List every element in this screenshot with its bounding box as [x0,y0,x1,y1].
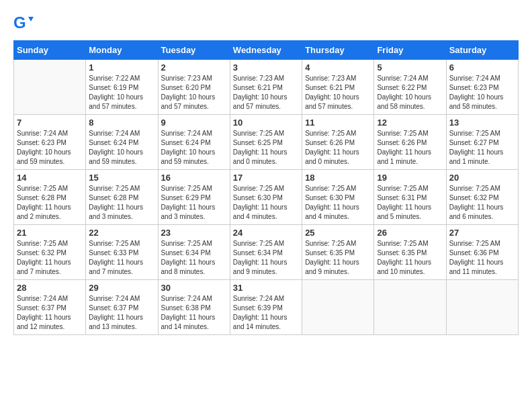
weekday-header-saturday: Saturday [446,41,518,60]
day-number: 9 [161,118,227,128]
day-number: 20 [449,173,515,183]
day-number: 12 [377,118,443,128]
calendar-cell: 11Sunrise: 7:25 AMSunset: 6:26 PMDayligh… [302,115,374,170]
day-info: Sunrise: 7:25 AMSunset: 6:29 PMDaylight:… [161,184,227,222]
day-info: Sunrise: 7:25 AMSunset: 6:28 PMDaylight:… [89,184,154,222]
calendar-cell: 2Sunrise: 7:23 AMSunset: 6:20 PMDaylight… [158,60,230,115]
weekday-header-tuesday: Tuesday [158,41,230,60]
day-number: 15 [89,173,154,183]
day-number: 1 [89,62,154,73]
day-number: 23 [161,228,227,238]
day-number: 4 [305,62,371,73]
day-info: Sunrise: 7:24 AMSunset: 6:23 PMDaylight:… [17,129,83,167]
calendar-cell: 14Sunrise: 7:25 AMSunset: 6:28 PMDayligh… [14,170,86,225]
day-info: Sunrise: 7:25 AMSunset: 6:30 PMDaylight:… [233,184,299,222]
calendar-cell: 19Sunrise: 7:25 AMSunset: 6:31 PMDayligh… [374,170,446,225]
day-info: Sunrise: 7:22 AMSunset: 6:19 PMDaylight:… [89,74,154,111]
day-number: 18 [305,173,371,183]
day-info: Sunrise: 7:25 AMSunset: 6:34 PMDaylight:… [233,239,299,277]
day-number: 8 [89,118,154,128]
day-number: 27 [449,228,515,238]
day-info: Sunrise: 7:25 AMSunset: 6:36 PMDaylight:… [449,239,515,277]
day-number: 22 [89,228,154,238]
day-info: Sunrise: 7:23 AMSunset: 6:21 PMDaylight:… [305,74,371,111]
calendar-cell [446,280,518,335]
day-number: 24 [233,228,299,238]
weekday-header-monday: Monday [86,41,158,60]
svg-text:G: G [13,13,26,32]
day-number: 17 [233,173,299,183]
day-info: Sunrise: 7:25 AMSunset: 6:26 PMDaylight:… [305,129,371,167]
day-number: 3 [233,62,299,73]
calendar-cell: 4Sunrise: 7:23 AMSunset: 6:21 PMDaylight… [302,60,374,115]
day-number: 30 [161,283,227,293]
calendar-cell [14,60,86,115]
calendar-cell: 27Sunrise: 7:25 AMSunset: 6:36 PMDayligh… [446,225,518,280]
calendar-cell: 23Sunrise: 7:25 AMSunset: 6:34 PMDayligh… [158,225,230,280]
day-info: Sunrise: 7:24 AMSunset: 6:23 PMDaylight:… [449,74,515,111]
calendar-cell: 18Sunrise: 7:25 AMSunset: 6:30 PMDayligh… [302,170,374,225]
calendar-cell: 1Sunrise: 7:22 AMSunset: 6:19 PMDaylight… [86,60,158,115]
calendar-cell: 13Sunrise: 7:25 AMSunset: 6:27 PMDayligh… [446,115,518,170]
calendar-cell [374,280,446,335]
day-info: Sunrise: 7:23 AMSunset: 6:20 PMDaylight:… [161,74,227,111]
calendar-cell: 12Sunrise: 7:25 AMSunset: 6:26 PMDayligh… [374,115,446,170]
calendar-week-0: 1Sunrise: 7:22 AMSunset: 6:19 PMDaylight… [14,60,519,115]
calendar-cell: 8Sunrise: 7:24 AMSunset: 6:24 PMDaylight… [86,115,158,170]
calendar-cell: 22Sunrise: 7:25 AMSunset: 6:33 PMDayligh… [86,225,158,280]
calendar-cell: 15Sunrise: 7:25 AMSunset: 6:28 PMDayligh… [86,170,158,225]
day-info: Sunrise: 7:24 AMSunset: 6:38 PMDaylight:… [161,294,227,332]
calendar-week-2: 14Sunrise: 7:25 AMSunset: 6:28 PMDayligh… [14,170,519,225]
logo: G [13,13,36,34]
day-number: 6 [449,62,515,73]
day-number: 29 [89,283,154,293]
calendar-cell: 26Sunrise: 7:25 AMSunset: 6:35 PMDayligh… [374,225,446,280]
day-info: Sunrise: 7:25 AMSunset: 6:32 PMDaylight:… [449,184,515,222]
calendar-cell: 21Sunrise: 7:25 AMSunset: 6:32 PMDayligh… [14,225,86,280]
day-info: Sunrise: 7:25 AMSunset: 6:30 PMDaylight:… [305,184,371,222]
calendar-cell: 9Sunrise: 7:24 AMSunset: 6:24 PMDaylight… [158,115,230,170]
calendar-cell: 31Sunrise: 7:24 AMSunset: 6:39 PMDayligh… [230,280,302,335]
day-number: 19 [377,173,443,183]
calendar-cell: 20Sunrise: 7:25 AMSunset: 6:32 PMDayligh… [446,170,518,225]
day-info: Sunrise: 7:25 AMSunset: 6:26 PMDaylight:… [377,129,443,167]
calendar-cell: 6Sunrise: 7:24 AMSunset: 6:23 PMDaylight… [446,60,518,115]
calendar-cell: 17Sunrise: 7:25 AMSunset: 6:30 PMDayligh… [230,170,302,225]
calendar-cell: 16Sunrise: 7:25 AMSunset: 6:29 PMDayligh… [158,170,230,225]
day-info: Sunrise: 7:25 AMSunset: 6:33 PMDaylight:… [89,239,154,277]
calendar-cell: 3Sunrise: 7:23 AMSunset: 6:21 PMDaylight… [230,60,302,115]
calendar-cell: 24Sunrise: 7:25 AMSunset: 6:34 PMDayligh… [230,225,302,280]
calendar-week-1: 7Sunrise: 7:24 AMSunset: 6:23 PMDaylight… [14,115,519,170]
day-info: Sunrise: 7:23 AMSunset: 6:21 PMDaylight:… [233,74,299,111]
day-info: Sunrise: 7:24 AMSunset: 6:39 PMDaylight:… [233,294,299,332]
day-info: Sunrise: 7:25 AMSunset: 6:35 PMDaylight:… [377,239,443,277]
calendar-week-3: 21Sunrise: 7:25 AMSunset: 6:32 PMDayligh… [14,225,519,280]
day-info: Sunrise: 7:24 AMSunset: 6:37 PMDaylight:… [17,294,83,332]
calendar-week-4: 28Sunrise: 7:24 AMSunset: 6:37 PMDayligh… [14,280,519,335]
day-info: Sunrise: 7:25 AMSunset: 6:28 PMDaylight:… [17,184,83,222]
day-number: 26 [377,228,443,238]
calendar-table: SundayMondayTuesdayWednesdayThursdayFrid… [13,40,519,335]
day-number: 5 [377,62,443,73]
day-number: 14 [17,173,83,183]
svg-marker-1 [28,17,34,21]
calendar-cell: 5Sunrise: 7:24 AMSunset: 6:22 PMDaylight… [374,60,446,115]
day-info: Sunrise: 7:25 AMSunset: 6:32 PMDaylight:… [17,239,83,277]
day-number: 21 [17,228,83,238]
day-info: Sunrise: 7:24 AMSunset: 6:37 PMDaylight:… [89,294,154,332]
day-number: 28 [17,283,83,293]
weekday-header-thursday: Thursday [302,41,374,60]
calendar-cell [302,280,374,335]
day-info: Sunrise: 7:25 AMSunset: 6:31 PMDaylight:… [377,184,443,222]
day-number: 25 [305,228,371,238]
logo-icon: G [13,13,34,34]
page-header: G [13,13,519,34]
day-info: Sunrise: 7:25 AMSunset: 6:35 PMDaylight:… [305,239,371,277]
day-number: 7 [17,118,83,128]
weekday-header-row: SundayMondayTuesdayWednesdayThursdayFrid… [14,41,519,60]
day-info: Sunrise: 7:24 AMSunset: 6:24 PMDaylight:… [89,129,154,167]
calendar-cell: 28Sunrise: 7:24 AMSunset: 6:37 PMDayligh… [14,280,86,335]
day-number: 2 [161,62,227,73]
weekday-header-sunday: Sunday [14,41,86,60]
calendar-cell: 30Sunrise: 7:24 AMSunset: 6:38 PMDayligh… [158,280,230,335]
